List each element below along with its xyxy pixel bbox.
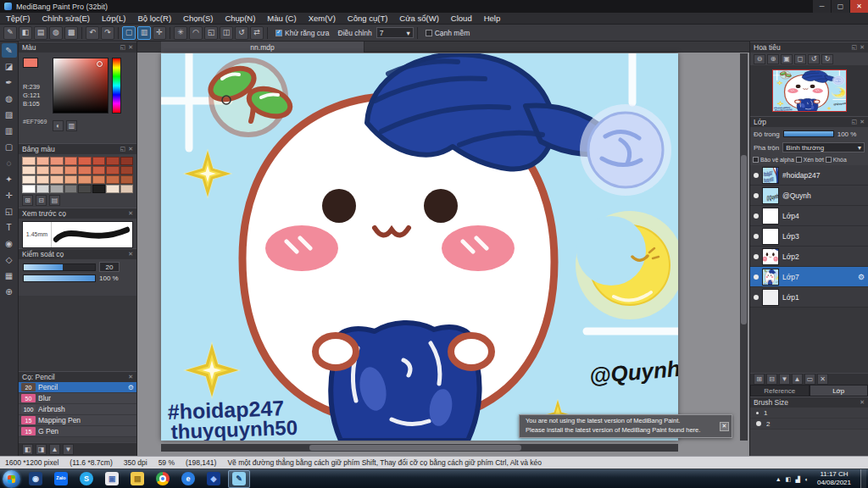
media-player-icon[interactable]: ◉ [25,470,47,488]
gradient-tool[interactable]: ▥ [2,124,17,138]
close-icon[interactable]: ✕ [128,44,133,51]
palette-swatch-2[interactable] [50,157,64,165]
close-icon[interactable]: ✕ [860,119,865,125]
duplicate-layer-icon[interactable]: ⊟ [766,374,777,385]
layer-row-Lớp4[interactable]: Lớp4 [750,206,868,226]
rotate-right-icon[interactable]: ↻ [821,54,833,64]
layer-check-1[interactable]: Xén bớt [796,157,824,163]
palette-swatch-3[interactable] [64,157,78,165]
palette-swatch-9[interactable] [36,166,50,175]
menu-item-7[interactable]: Xem(V) [303,13,342,24]
palette-swatch-6[interactable] [106,157,120,165]
palette-swatch-26[interactable] [50,185,64,193]
palette-swatch-28[interactable] [78,185,92,193]
brush-row[interactable]: 50Blur [19,393,136,404]
close-icon[interactable]: ✕ [128,374,133,380]
rotate-left-icon[interactable]: ↺ [808,54,820,64]
layer-check-box-1[interactable] [796,157,802,163]
transform-tool[interactable]: ◱ [2,204,17,219]
layer-opacity-slider[interactable] [783,130,834,137]
layer-row-@Quynh[interactable]: @Quynh [750,186,868,206]
palette-swatch-4[interactable] [78,157,92,165]
menu-item-8[interactable]: Công cụ(T) [342,13,394,24]
close-icon[interactable]: ✕ [128,146,133,152]
menu-item-4[interactable]: Chọn(S) [177,13,219,24]
layer-row-Lớp7[interactable]: Lớp7⚙ [750,267,868,287]
eraser-tool[interactable]: ◪ [2,59,17,74]
pen-tool[interactable]: ✒ [2,75,17,90]
palette-swatch-13[interactable] [92,166,106,175]
layer-visibility-icon[interactable] [754,254,759,259]
brush-row[interactable]: 15G Pen [19,426,136,437]
palette-swatch-0[interactable] [22,157,36,165]
color-wheel-icon[interactable]: ◐ [53,120,64,131]
text-tool[interactable]: T [2,220,17,235]
palette-swatch-14[interactable] [106,166,120,175]
hand-tool[interactable]: ◇ [2,252,17,267]
brush-row[interactable]: 20Pencil⚙ [19,382,136,393]
explorer-icon[interactable]: ▤ [126,470,148,488]
layer-row-Lớp1[interactable]: Lớp1 [750,287,868,308]
palette-swatch-1[interactable] [36,157,50,165]
material-panel-icon[interactable]: ▤ [34,26,47,40]
brush-panel-icon[interactable]: ✎ [3,26,17,40]
zoom-out-icon[interactable]: ⊖ [754,54,765,64]
palette-swatch-19[interactable] [64,175,78,184]
layer-visibility-icon[interactable] [754,214,759,219]
palette-swatch-18[interactable] [50,175,64,184]
palette-swatch-27[interactable] [64,185,78,193]
palette-swatch-16[interactable] [22,175,36,184]
palette-swatch-29[interactable] [92,185,106,193]
airbrush-tool[interactable]: ◍ [2,92,17,106]
palette-swatch-20[interactable] [78,175,92,184]
snap-curve-icon[interactable]: ◠ [189,26,203,40]
palette-swatch-10[interactable] [50,166,64,175]
brush-opacity-slider[interactable] [23,274,96,282]
rotate-canvas-icon[interactable]: ↺ [235,26,248,40]
close-button[interactable]: ✕ [849,0,868,13]
move-up-icon[interactable]: ▲ [792,374,803,385]
app-dark-icon[interactable]: ◆ [203,470,225,488]
notification-close-icon[interactable]: ✕ [720,422,729,431]
add-color-icon[interactable]: ⊞ [22,195,33,206]
brush-row[interactable]: 15Mapping Pen [19,415,136,426]
clear-layer-icon[interactable]: ▭ [804,374,815,385]
menu-item-5[interactable]: Chụp(N) [219,13,261,24]
palette-swatch-31[interactable] [120,185,134,193]
merge-down-icon[interactable]: ▼ [779,374,790,385]
popout-icon[interactable]: ◱ [120,44,126,51]
dialog-icon[interactable]: ◧ [19,26,32,40]
color-bar-icon[interactable]: ▥ [66,120,77,131]
popout-icon[interactable]: ◱ [852,44,858,51]
layer-check-2[interactable]: Khóa [826,157,847,163]
h-scroll-thumb[interactable] [309,445,521,451]
snap-parallel-icon[interactable]: ▥ [137,26,151,40]
color-picker-cursor[interactable] [97,61,103,67]
layer-visibility-icon[interactable] [754,234,759,239]
close-icon[interactable]: ✕ [860,399,865,406]
undo-icon[interactable]: ↶ [86,26,99,40]
layer-check-0[interactable]: Bảo vệ alpha [753,157,794,163]
current-color-swatch[interactable] [23,58,38,68]
layer-visibility-icon[interactable] [754,173,759,178]
show-desktop-button[interactable] [860,469,866,488]
tab-reference[interactable]: Reference [750,385,810,396]
brush-row[interactable]: 100Airbrush [19,404,136,415]
palette-swatch-15[interactable] [120,166,134,175]
stamp-icon[interactable]: ◍ [49,26,63,40]
brush-size-row-2[interactable]: 2 [750,419,868,430]
collapse-icon[interactable]: ▲ [49,444,60,455]
dock-left-icon[interactable]: ◧ [22,444,33,455]
document-tab[interactable]: nn.mdp [161,42,364,53]
palette-swatch-22[interactable] [106,175,120,184]
gear-icon[interactable]: ⚙ [128,384,134,391]
eyedropper-tool[interactable]: ◉ [2,236,17,251]
layer-visibility-icon[interactable] [754,193,759,198]
palette-swatch-25[interactable] [36,185,50,193]
layer-row-Lớp2[interactable]: Lớp2 [750,247,868,267]
brush-size-slider[interactable] [23,263,96,271]
navigator-thumbnail[interactable] [772,69,847,112]
flip-icon[interactable]: ⇄ [250,26,264,40]
blend-mode-dropdown[interactable]: Bình thường ▾ [782,142,865,152]
zalo-icon[interactable]: Zalo [50,470,72,488]
